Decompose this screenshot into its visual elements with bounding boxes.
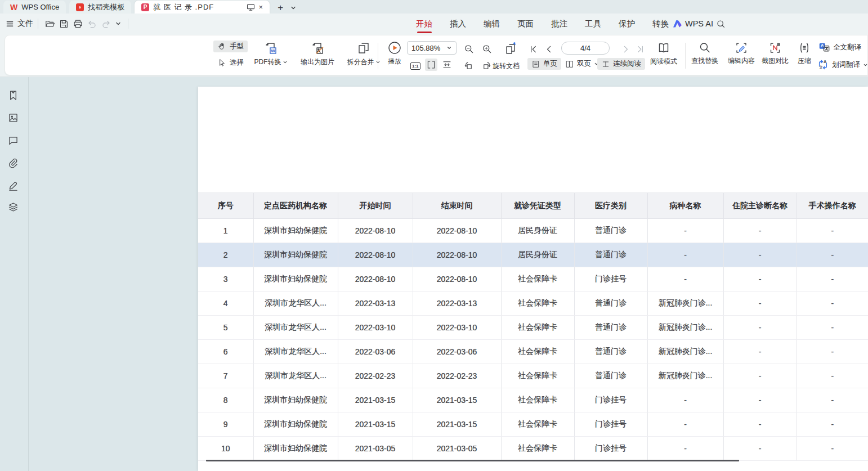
hand-tool-button[interactable]: 手型 (213, 41, 248, 52)
single-page-toggle[interactable]: 单页 (527, 58, 561, 70)
table-cell: 2022-02-23 (338, 364, 413, 388)
document-workspace: 序号定点医药机构名称开始时间结束时间就诊凭证类型医疗类别病种名称住院主诊断名称手… (0, 77, 868, 471)
close-tab-icon[interactable]: × (259, 3, 263, 11)
prev-page-button[interactable] (543, 43, 555, 55)
tab-list-chevron-icon[interactable] (290, 5, 297, 11)
undo-icon[interactable] (85, 17, 99, 31)
table-cell: - (797, 340, 868, 364)
edit-content-button[interactable]: 编辑内容 (724, 41, 758, 66)
layers-icon[interactable] (7, 201, 19, 213)
first-page-icon (529, 44, 538, 54)
divider (38, 19, 38, 29)
continuous-read-icon (601, 60, 610, 69)
table-header-cell: 病种名称 (647, 193, 723, 219)
attachment-icon[interactable] (7, 157, 19, 169)
menu-search-icon[interactable] (716, 19, 726, 29)
export-image-button[interactable]: 输出为图片 (293, 41, 342, 67)
menu-tab[interactable]: 工具 (584, 14, 602, 34)
actual-size-button[interactable]: 1:1 (409, 59, 422, 71)
thumbnail-panel-icon[interactable] (7, 112, 19, 124)
table-cell: - (797, 364, 868, 388)
table-cell: 5 (198, 316, 253, 340)
table-cell: 2022-08-10 (338, 219, 413, 243)
swap-pages-button[interactable] (503, 41, 520, 57)
fit-width-button[interactable] (441, 59, 453, 71)
compress-button[interactable]: 压缩 (792, 41, 817, 66)
menu-tab[interactable]: 批注 (551, 14, 568, 34)
open-file-icon[interactable] (43, 17, 57, 31)
table-cell: 新冠肺炎门诊... (647, 340, 723, 364)
pdf-convert-button[interactable]: W PDF转换 (248, 41, 293, 67)
menu-tab[interactable]: 插入 (449, 14, 467, 34)
table-header-cell: 住院主诊断名称 (723, 193, 797, 219)
svg-text:文: 文 (819, 65, 823, 70)
table-cell: 深圳市妇幼保健院 (253, 243, 338, 267)
rotate-right-button[interactable] (480, 59, 493, 72)
zoom-in-button[interactable] (480, 42, 494, 56)
table-cell: 深圳市龙华区人... (253, 316, 338, 340)
menu-tab[interactable]: 保护 (618, 14, 636, 34)
menu-tab[interactable]: 页面 (517, 14, 534, 34)
table-cell: - (723, 316, 797, 340)
play-button[interactable]: 播放 (381, 41, 408, 66)
main-menu-icon[interactable] (6, 20, 14, 28)
table-cell: 4 (198, 291, 253, 316)
tab-label: 就 医 记 录 .PDF (153, 2, 242, 12)
table-cell: 新冠肺炎门诊... (647, 316, 723, 340)
table-header-cell: 结束时间 (413, 193, 501, 219)
zoom-out-button[interactable] (462, 42, 476, 56)
table-row: 6深圳市龙华区人...2022-03-062022-03-06社会保障卡普通门诊… (198, 340, 868, 364)
menu-tab[interactable]: 开始 (415, 14, 433, 34)
table-cell: - (723, 437, 797, 461)
table-header-cell: 开始时间 (338, 193, 413, 219)
present-screen-icon[interactable] (247, 3, 255, 11)
select-tool-button[interactable]: 选择 (213, 57, 248, 69)
table-cell: 社会保障卡 (501, 267, 574, 291)
last-page-button[interactable] (634, 43, 646, 55)
zoom-out-icon (463, 43, 475, 55)
redo-icon[interactable] (99, 17, 113, 31)
print-icon[interactable] (71, 17, 85, 31)
wps-ai-button[interactable]: WPS AI (673, 14, 713, 34)
record-table-body: 1深圳市妇幼保健院2022-08-102022-08-10居民身份证普通门诊--… (198, 219, 868, 461)
split-merge-button[interactable]: 拆分合并 (342, 41, 386, 67)
pdf-page[interactable]: 序号定点医药机构名称开始时间结束时间就诊凭证类型医疗类别病种名称住院主诊断名称手… (198, 87, 868, 471)
first-page-button[interactable] (527, 43, 539, 55)
table-cell: 2022-03-06 (413, 340, 501, 364)
quick-access-chevron-icon[interactable] (113, 19, 123, 29)
menu-tab[interactable]: 转换 (652, 14, 669, 34)
fit-page-button[interactable] (425, 59, 437, 71)
rotate-left-button[interactable] (462, 59, 475, 72)
table-cell: 2 (198, 243, 253, 267)
tab-medical-record-pdf[interactable]: P 就 医 记 录 .PDF × (135, 1, 270, 14)
table-cell: 2022-08-10 (413, 243, 501, 267)
continuous-read-toggle[interactable]: 连续阅读 (597, 58, 645, 70)
page-number-input[interactable]: 4/4 (561, 42, 610, 55)
comment-panel-icon[interactable] (7, 134, 19, 146)
screenshot-compare-button[interactable]: 截图对比 (758, 41, 792, 66)
zoom-level-select[interactable]: 105.88% (407, 41, 457, 55)
signature-pen-icon[interactable] (7, 180, 19, 191)
table-cell: - (723, 243, 797, 267)
tab-wps-office[interactable]: W WPS Office (3, 1, 66, 14)
full-translate-button[interactable]: A 全文翻译 (818, 41, 861, 53)
file-menu-button[interactable]: 文件 (17, 19, 33, 29)
table-cell: - (797, 316, 868, 340)
double-page-toggle[interactable]: 双页 (561, 58, 603, 70)
menu-tab[interactable]: 编辑 (483, 14, 500, 34)
new-tab-icon[interactable]: + (275, 2, 285, 14)
read-mode-button[interactable]: 阅读模式 (647, 41, 681, 66)
tab-docer-templates[interactable]: ◗ 找稻壳模板 (69, 1, 131, 14)
bookmark-icon[interactable] (7, 89, 19, 101)
table-row: 10深圳市妇幼保健院2021-03-052021-03-05社会保障卡门诊挂号-… (198, 437, 868, 461)
table-cell: 2022-03-10 (338, 316, 413, 340)
word-translate-button[interactable]: A文 划词翻译 (817, 59, 868, 71)
table-cell: 深圳市妇幼保健院 (253, 219, 338, 243)
table-cell: 深圳市龙华区人... (253, 340, 338, 364)
next-page-button[interactable] (620, 43, 632, 55)
wps-logo-icon: W (10, 3, 17, 11)
find-replace-button[interactable]: 查找替换 (687, 41, 722, 66)
save-icon[interactable] (57, 17, 71, 31)
next-page-icon (621, 44, 630, 54)
sidebar-icon-strip (0, 77, 28, 471)
